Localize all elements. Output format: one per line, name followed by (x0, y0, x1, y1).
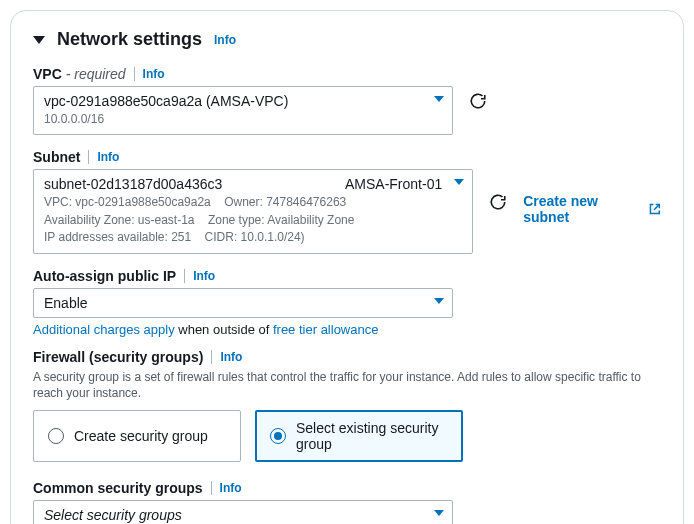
section-header[interactable]: Network settings Info (33, 29, 661, 50)
firewall-label-row: Firewall (security groups) Info (33, 349, 661, 365)
vpc-label-row: VPC - required Info (33, 66, 661, 82)
divider (134, 67, 135, 81)
divider (211, 481, 212, 495)
radio-create-label: Create security group (74, 428, 208, 444)
subnet-select[interactable]: subnet-02d13187d00a436c3 AMSA-Front-01 V… (33, 169, 473, 253)
freetier-link[interactable]: free tier allowance (273, 322, 379, 337)
vpc-cidr: 10.0.0.0/16 (44, 111, 422, 128)
create-subnet-link[interactable]: Create new subnet (523, 193, 661, 225)
info-link-vpc[interactable]: Info (143, 67, 165, 81)
chevron-down-icon (454, 179, 464, 185)
chevron-down-icon (434, 298, 444, 304)
divider (184, 269, 185, 283)
info-link-firewall[interactable]: Info (220, 350, 242, 364)
subnet-meta: VPC: vpc-0291a988e50ca9a2a Owner: 747846… (44, 194, 442, 246)
radio-existing-label: Select existing security group (296, 420, 448, 452)
refresh-icon[interactable] (469, 92, 487, 110)
info-link-autoip[interactable]: Info (193, 269, 215, 283)
vpc-label: VPC (33, 66, 62, 82)
vpc-required: - required (66, 66, 126, 82)
autoip-value: Enable (44, 295, 422, 311)
subnet-label-row: Subnet Info (33, 149, 661, 165)
autoip-label: Auto-assign public IP (33, 268, 176, 284)
external-link-icon (649, 203, 661, 215)
subnet-label: Subnet (33, 149, 80, 165)
firewall-desc: A security group is a set of firewall ru… (33, 369, 661, 403)
chevron-down-icon (434, 96, 444, 102)
refresh-icon[interactable] (489, 193, 507, 211)
vpc-select[interactable]: vpc-0291a988e50ca9a2a (AMSA-VPC) 10.0.0.… (33, 86, 453, 135)
divider (211, 350, 212, 364)
section-title: Network settings (57, 29, 202, 50)
network-settings-panel: Network settings Info VPC - required Inf… (10, 10, 684, 524)
divider (88, 150, 89, 164)
autoip-select[interactable]: Enable (33, 288, 453, 318)
radio-icon (270, 428, 286, 444)
autoip-label-row: Auto-assign public IP Info (33, 268, 661, 284)
firewall-label: Firewall (security groups) (33, 349, 203, 365)
chevron-down-icon (434, 510, 444, 516)
sg-label: Common security groups (33, 480, 203, 496)
collapse-caret-icon (33, 36, 45, 44)
sg-placeholder: Select security groups (44, 507, 422, 523)
autoip-charges-note: Additional charges apply when outside of… (33, 322, 661, 337)
radio-create-sg[interactable]: Create security group (33, 410, 241, 462)
radio-existing-sg[interactable]: Select existing security group (255, 410, 463, 462)
sg-label-row: Common security groups Info (33, 480, 661, 496)
charges-link[interactable]: Additional charges apply (33, 322, 175, 337)
subnet-name: AMSA-Front-01 (345, 176, 442, 192)
sg-select[interactable]: Select security groups (33, 500, 453, 524)
vpc-value: vpc-0291a988e50ca9a2a (AMSA-VPC) (44, 93, 422, 109)
radio-icon (48, 428, 64, 444)
info-link-sg[interactable]: Info (220, 481, 242, 495)
info-link-header[interactable]: Info (214, 33, 236, 47)
info-link-subnet[interactable]: Info (97, 150, 119, 164)
